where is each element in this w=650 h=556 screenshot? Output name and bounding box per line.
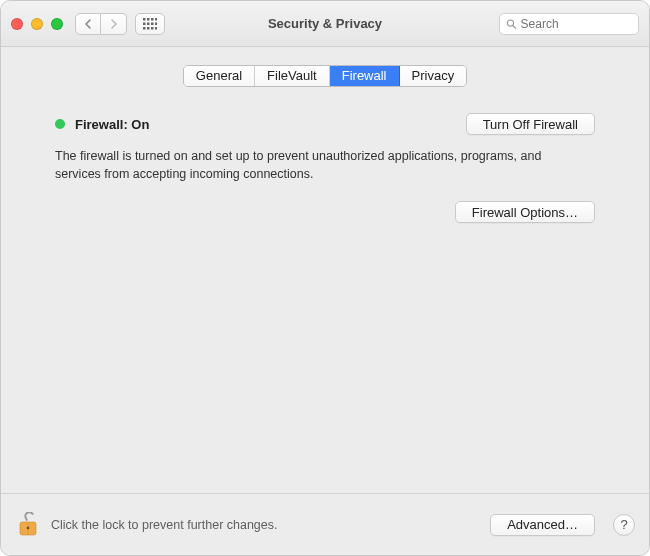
- preferences-window: Security & Privacy General FileVault Fir…: [0, 0, 650, 556]
- minimize-icon[interactable]: [31, 18, 43, 30]
- svg-line-13: [513, 25, 516, 28]
- tab-privacy[interactable]: Privacy: [400, 66, 467, 86]
- titlebar: Security & Privacy: [1, 1, 649, 47]
- status-indicator-icon: [55, 119, 65, 129]
- search-field[interactable]: [499, 13, 639, 35]
- tab-segment: General FileVault Firewall Privacy: [183, 65, 467, 87]
- svg-rect-11: [155, 27, 157, 30]
- forward-button[interactable]: [101, 13, 127, 35]
- svg-rect-9: [147, 27, 150, 30]
- svg-rect-5: [147, 22, 150, 25]
- tab-firewall[interactable]: Firewall: [330, 66, 400, 86]
- svg-rect-8: [143, 27, 146, 30]
- close-icon[interactable]: [11, 18, 23, 30]
- show-all-button[interactable]: [135, 13, 165, 35]
- back-button[interactable]: [75, 13, 101, 35]
- firewall-options-button[interactable]: Firewall Options…: [455, 201, 595, 223]
- content-area: General FileVault Firewall Privacy Firew…: [1, 47, 649, 493]
- tab-bar: General FileVault Firewall Privacy: [21, 65, 629, 87]
- svg-rect-10: [151, 27, 154, 30]
- search-icon: [506, 18, 517, 30]
- traffic-lights: [11, 18, 63, 30]
- svg-rect-3: [155, 18, 157, 21]
- zoom-icon[interactable]: [51, 18, 63, 30]
- svg-rect-2: [151, 18, 154, 21]
- firewall-status-label: Firewall: On: [75, 117, 149, 132]
- tab-filevault[interactable]: FileVault: [255, 66, 330, 86]
- grid-icon: [143, 18, 157, 30]
- nav-buttons: [75, 13, 127, 35]
- firewall-status-row: Firewall: On Turn Off Firewall: [21, 113, 629, 135]
- advanced-button[interactable]: Advanced…: [490, 514, 595, 536]
- svg-point-12: [507, 20, 513, 26]
- lock-description: Click the lock to prevent further change…: [51, 518, 278, 532]
- svg-point-17: [27, 526, 30, 529]
- svg-rect-4: [143, 22, 146, 25]
- help-icon: ?: [620, 517, 627, 532]
- svg-rect-0: [143, 18, 146, 21]
- search-input[interactable]: [521, 17, 632, 31]
- footer: Click the lock to prevent further change…: [1, 493, 649, 555]
- firewall-description: The firewall is turned on and set up to …: [21, 147, 581, 183]
- help-button[interactable]: ?: [613, 514, 635, 536]
- svg-rect-1: [147, 18, 150, 21]
- svg-rect-6: [151, 22, 154, 25]
- tab-general[interactable]: General: [184, 66, 255, 86]
- svg-rect-7: [155, 22, 157, 25]
- lock-button[interactable]: [15, 510, 41, 540]
- turn-off-firewall-button[interactable]: Turn Off Firewall: [466, 113, 595, 135]
- lock-open-icon: [17, 512, 39, 538]
- firewall-options-row: Firewall Options…: [21, 201, 629, 223]
